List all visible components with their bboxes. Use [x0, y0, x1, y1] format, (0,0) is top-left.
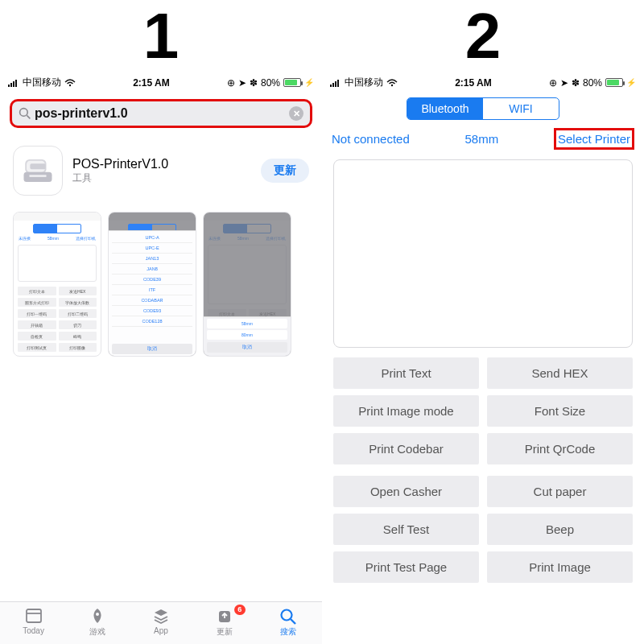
- printer-icon: [21, 156, 55, 185]
- screenshot-thumbnails: 未连接58mm选择打印机 打印文本发送HEX图形方式打印字体放大倍数打印一维码打…: [0, 207, 322, 357]
- action-button[interactable]: Print Image mode: [333, 395, 479, 427]
- thumbnail-1[interactable]: 未连接58mm选择打印机 打印文本发送HEX图形方式打印字体放大倍数打印一维码打…: [13, 212, 101, 357]
- tab-today[interactable]: Today: [2, 607, 65, 638]
- clear-search-icon[interactable]: ✕: [289, 106, 303, 121]
- tab-bar: Today 游戏 App 6 更新 搜索: [0, 601, 322, 644]
- svg-rect-19: [332, 83, 334, 87]
- svg-point-5: [20, 109, 28, 117]
- action-button[interactable]: Print Test Page: [333, 551, 479, 583]
- status-bar-2: 中国移动 2:15 AM ⊕ ➤ ✽ 80% ⚡: [322, 72, 644, 91]
- thumbnail-option: CODE128: [112, 316, 192, 327]
- signal-icon: [8, 79, 19, 87]
- app-category: 工具: [72, 171, 251, 185]
- select-printer-highlight: Select Printer: [554, 128, 634, 150]
- thumbnail-option: CODE39: [112, 275, 192, 285]
- battery-pct: 80%: [261, 77, 280, 89]
- updates-badge: 6: [234, 605, 246, 615]
- tab-app[interactable]: App: [129, 607, 192, 638]
- thumbnail-button: 蜂鸣: [59, 332, 97, 341]
- panel-2: 2 中国移动 2:15 AM ⊕ ➤ ✽ 80% ⚡ Bluetooth WIF…: [322, 0, 644, 644]
- tab-games[interactable]: 游戏: [65, 607, 129, 638]
- action-button[interactable]: Send HEX: [487, 357, 633, 389]
- tab-updates[interactable]: 6 更新: [193, 607, 257, 638]
- button-grid-a: Print TextSend HEXPrint Image modeFont S…: [322, 357, 644, 464]
- search-result-row[interactable]: POS-PrinterV1.0 工具 更新: [0, 134, 322, 207]
- thumbnail-option: JAN13: [112, 254, 192, 264]
- svg-rect-12: [27, 609, 41, 622]
- step-number-1: 1: [0, 4, 322, 68]
- search-input[interactable]: [35, 106, 289, 121]
- svg-line-17: [291, 619, 295, 624]
- svg-rect-20: [335, 81, 336, 87]
- search-box[interactable]: ✕: [10, 99, 312, 128]
- thumbnail-option: CODE93: [112, 306, 192, 316]
- connection-status: Not connected: [332, 132, 410, 146]
- connection-segmented-control[interactable]: Bluetooth WIFI: [407, 97, 559, 120]
- alarm-icon: ⊕: [549, 77, 557, 89]
- tab-updates-label: 更新: [217, 626, 233, 638]
- connection-info-row: Not connected 58mm Select Printer: [322, 125, 644, 155]
- action-button[interactable]: Beep: [487, 514, 633, 545]
- thumbnail-button: 打印图像: [59, 343, 97, 352]
- thumbnail-3[interactable]: 未连接58mm选择打印机 打印文本发送HEX图形方式打印字体放大倍数打印一维码打…: [203, 212, 291, 357]
- thumbnail-option: JAN8: [112, 264, 192, 275]
- app-title: POS-PrinterV1.0: [72, 157, 251, 171]
- tab-today-label: Today: [23, 626, 44, 635]
- location-icon: ➤: [238, 77, 246, 89]
- status-right: ⊕ ➤ ✽ 80% ⚡: [227, 77, 314, 89]
- battery-pct: 80%: [583, 77, 602, 89]
- status-time: 2:15 AM: [455, 77, 492, 89]
- thumbnail-button: 打印一维码: [18, 309, 56, 318]
- action-button[interactable]: Print Codebar: [333, 433, 479, 464]
- action-button[interactable]: Open Casher: [333, 476, 479, 507]
- action-button[interactable]: Self Test: [333, 514, 479, 545]
- tab-games-label: 游戏: [89, 626, 105, 638]
- thumbnail-option: UPC-A: [112, 233, 192, 243]
- svg-rect-18: [330, 85, 332, 87]
- status-bar: 中国移动 2:15 AM ⊕ ➤ ✽ 80% ⚡: [0, 72, 322, 91]
- svg-rect-3: [15, 80, 17, 87]
- svg-point-14: [96, 613, 99, 616]
- app-meta: POS-PrinterV1.0 工具: [72, 157, 251, 185]
- update-button[interactable]: 更新: [261, 159, 309, 183]
- thumbnail-option: CODABAR: [112, 295, 192, 306]
- search-wrap: ✕: [10, 99, 312, 128]
- status-time: 2:15 AM: [133, 77, 170, 89]
- tab-search[interactable]: 搜索: [257, 607, 320, 638]
- bluetooth-icon: ✽: [250, 77, 258, 89]
- seg-wifi[interactable]: WIFI: [483, 98, 559, 119]
- preview-area[interactable]: [333, 159, 633, 348]
- wifi-icon: [64, 79, 76, 87]
- battery-icon: [605, 78, 623, 87]
- layers-icon: [151, 607, 171, 625]
- action-button[interactable]: Print Text: [333, 357, 479, 389]
- tab-app-label: App: [154, 626, 168, 635]
- action-button[interactable]: Print Image: [487, 551, 633, 583]
- svg-point-22: [391, 84, 393, 85]
- svg-rect-1: [10, 83, 12, 87]
- thumbnail-button: 开钱箱: [18, 320, 56, 329]
- thumbnail-button: 图形方式打印: [18, 298, 56, 307]
- thumbnail-2[interactable]: UPC-AUPC-EJAN13JAN8CODE39ITFCODABARCODE9…: [108, 212, 196, 357]
- battery-icon: [283, 78, 301, 87]
- status-left: 中国移动: [8, 76, 76, 89]
- wifi-icon: [386, 79, 398, 87]
- seg-bluetooth[interactable]: Bluetooth: [407, 98, 483, 119]
- thumbnail-button: 打印二维码: [59, 309, 97, 318]
- step-number-2: 2: [322, 4, 644, 68]
- action-button[interactable]: Font Size: [487, 395, 633, 427]
- updates-icon: [214, 607, 235, 625]
- app-icon: [13, 146, 63, 196]
- thumbnail-button: 打印文本: [18, 287, 56, 295]
- thumbnail-button: 切刀: [59, 320, 97, 329]
- thumbnail-option: ITF: [112, 285, 192, 295]
- charging-icon: ⚡: [304, 78, 314, 87]
- paper-width[interactable]: 58mm: [410, 132, 554, 146]
- action-button[interactable]: Print QrCode: [487, 433, 633, 464]
- svg-rect-2: [13, 81, 14, 87]
- thumbnail-button: 发送HEX: [59, 287, 97, 295]
- select-printer-button[interactable]: Select Printer: [558, 132, 630, 146]
- location-icon: ➤: [560, 77, 568, 89]
- action-button[interactable]: Cut paper: [487, 476, 633, 507]
- tab-search-label: 搜索: [280, 626, 296, 638]
